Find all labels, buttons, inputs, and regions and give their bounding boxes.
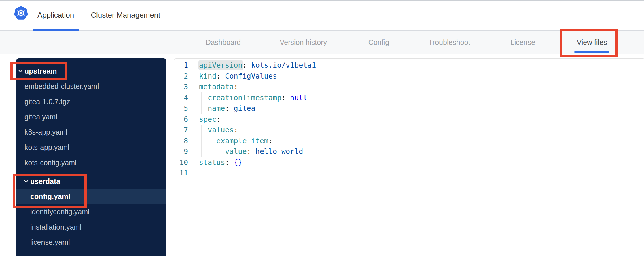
- yaml-colon: :: [247, 147, 251, 156]
- code-text: spec:: [188, 114, 221, 125]
- yaml-colon: :: [243, 61, 247, 69]
- code-line-1[interactable]: 1apiVersion: kots.io/v1beta1: [174, 60, 644, 71]
- indent-guide: [201, 146, 202, 157]
- yaml-colon: :: [268, 137, 273, 145]
- file-label: identityconfig.yaml: [30, 208, 90, 216]
- code-text: [188, 168, 199, 179]
- indent-guide: [201, 125, 202, 135]
- annotation-box-userdata-config: [13, 174, 87, 208]
- yaml-value: null: [290, 93, 307, 102]
- line-number: 9: [174, 146, 188, 157]
- yaml-key: creationTimestamp: [208, 93, 281, 102]
- yaml-key: name: [208, 104, 225, 112]
- line-number: 7: [174, 125, 188, 135]
- file-label: kots-app.yaml: [24, 143, 69, 152]
- line-number: 4: [174, 92, 188, 103]
- indent-guide: [201, 135, 202, 146]
- yaml-colon: :: [234, 83, 238, 91]
- yaml-colon: :: [216, 115, 221, 123]
- file-label: license.yaml: [30, 238, 70, 247]
- code-line-11[interactable]: 11: [174, 168, 644, 179]
- yaml-value: ConfigValues: [225, 72, 277, 80]
- line-number: 1: [174, 60, 188, 71]
- code-text: status: {}: [188, 157, 243, 168]
- code-text: kind: ConfigValues: [188, 71, 277, 82]
- tree-file-gitea-1-0-7-tgz[interactable]: gitea-1.0.7.tgz: [16, 94, 166, 109]
- yaml-colon: :: [281, 93, 286, 102]
- yaml-key: spec: [199, 115, 216, 123]
- indent-guide: [210, 135, 210, 146]
- line-number: 11: [174, 168, 188, 179]
- nav-tab-license[interactable]: License: [510, 38, 535, 46]
- yaml-colon: :: [234, 126, 238, 134]
- header-tab-application[interactable]: Application: [33, 1, 79, 31]
- code-text: metadata:: [188, 81, 238, 92]
- yaml-key: metadata: [199, 83, 234, 91]
- nav-tab-version-history[interactable]: Version history: [280, 38, 327, 46]
- yaml-value: hello world: [255, 147, 303, 156]
- yaml-key: value: [225, 147, 247, 156]
- yaml-colon: :: [216, 72, 221, 80]
- code-line-9[interactable]: 9 value: hello world: [174, 146, 644, 157]
- tree-file-gitea-yaml[interactable]: gitea.yaml: [16, 109, 166, 125]
- nav-tab-config[interactable]: Config: [368, 38, 389, 46]
- yaml-value: gitea: [234, 104, 255, 112]
- indent-guide: [219, 146, 219, 157]
- code-text: apiVersion: kots.io/v1beta1: [188, 60, 316, 71]
- yaml-key: status: [199, 158, 225, 167]
- tree-file-license-yaml[interactable]: license.yaml: [16, 235, 166, 250]
- indent-guide: [201, 92, 202, 103]
- top-header: ApplicationCluster Management: [0, 0, 644, 31]
- line-number: 5: [174, 103, 188, 114]
- nav-tab-troubleshoot[interactable]: Troubleshoot: [429, 38, 470, 46]
- tree-file-kots-app-yaml[interactable]: kots-app.yaml: [16, 140, 166, 155]
- line-number: 8: [174, 135, 188, 146]
- nav-tab-dashboard[interactable]: Dashboard: [206, 38, 241, 46]
- file-label: k8s-app.yaml: [24, 128, 67, 136]
- file-label: embedded-cluster.yaml: [24, 82, 99, 91]
- header-tabs: ApplicationCluster Management: [33, 1, 172, 31]
- code-text: name: gitea: [188, 103, 255, 114]
- code-text: values:: [188, 125, 238, 135]
- code-line-2[interactable]: 2kind: ConfigValues: [174, 71, 644, 82]
- tree-file-kots-config-yaml[interactable]: kots-config.yaml: [16, 155, 166, 170]
- line-number: 3: [174, 81, 188, 92]
- kubernetes-logo: [14, 5, 29, 20]
- yaml-value: {}: [234, 158, 242, 167]
- file-label: installation.yaml: [30, 223, 82, 231]
- annotation-box-view-files: [560, 29, 618, 57]
- yaml-key: example_item: [216, 137, 268, 145]
- yaml-colon: :: [225, 158, 229, 167]
- code-line-7[interactable]: 7 values:: [174, 125, 644, 135]
- line-number: 6: [174, 114, 188, 125]
- yaml-key: values: [208, 126, 234, 134]
- code-line-6[interactable]: 6spec:: [174, 114, 644, 125]
- file-tree-sidebar: upstreamembedded-cluster.yamlgitea-1.0.7…: [16, 58, 166, 256]
- code-line-5[interactable]: 5 name: gitea: [174, 103, 644, 114]
- code-line-4[interactable]: 4 creationTimestamp: null: [174, 92, 644, 103]
- yaml-key: apiVersion: [199, 61, 243, 69]
- indent-guide: [201, 103, 202, 114]
- header-tab-cluster-management[interactable]: Cluster Management: [86, 1, 165, 31]
- tree-file-k8s-app-yaml[interactable]: k8s-app.yaml: [16, 125, 166, 140]
- code-line-8[interactable]: 8 example_item:: [174, 135, 644, 146]
- app-subnav: DashboardVersion historyConfigTroublesho…: [0, 31, 644, 54]
- annotation-box-upstream: [10, 62, 67, 80]
- line-number: 10: [174, 157, 188, 168]
- yaml-editor[interactable]: 1apiVersion: kots.io/v1beta12kind: Confi…: [174, 58, 644, 256]
- file-label: kots-config.yaml: [24, 158, 77, 167]
- tree-file-installation-yaml[interactable]: installation.yaml: [16, 219, 166, 235]
- code-text: value: hello world: [188, 146, 303, 157]
- code-line-3[interactable]: 3metadata:: [174, 81, 644, 92]
- code-line-10[interactable]: 10status: {}: [174, 157, 644, 168]
- code-text: creationTimestamp: null: [188, 92, 307, 103]
- line-number: 2: [174, 71, 188, 82]
- tree-file-embedded-cluster-yaml[interactable]: embedded-cluster.yaml: [16, 79, 166, 94]
- code-text: example_item:: [188, 135, 273, 146]
- file-label: gitea-1.0.7.tgz: [24, 98, 70, 106]
- indent-guide: [210, 146, 210, 157]
- yaml-colon: :: [225, 104, 229, 112]
- yaml-value: kots.io/v1beta1: [251, 61, 316, 69]
- yaml-key: kind: [199, 72, 216, 80]
- file-label: gitea.yaml: [24, 113, 57, 121]
